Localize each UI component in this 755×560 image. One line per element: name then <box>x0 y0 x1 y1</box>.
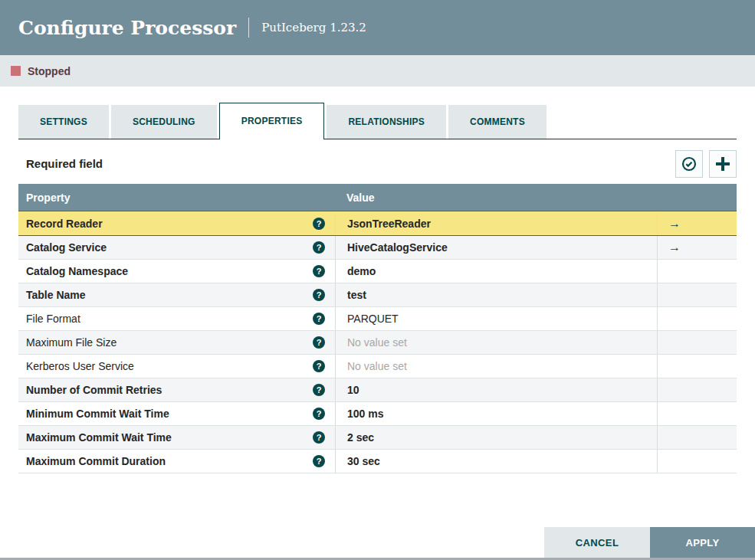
property-cell: Catalog Service ? <box>18 236 335 259</box>
go-to-service-icon[interactable]: → <box>668 217 681 231</box>
actions-cell <box>657 355 737 378</box>
actions-cell <box>657 260 737 283</box>
question-circle-icon[interactable]: ? <box>313 218 325 230</box>
required-field-label: Required field <box>26 157 103 170</box>
property-cell: Catalog Namespace ? <box>18 260 335 283</box>
property-row[interactable]: Maximum Commit Duration ? 30 sec <box>18 450 737 473</box>
property-row[interactable]: Maximum Commit Wait Time ? 2 sec <box>18 426 737 450</box>
status-label: Stopped <box>28 65 71 77</box>
column-header-value: Value <box>335 192 657 204</box>
properties-toolbar: Required field <box>18 149 737 178</box>
tab-label: PROPERTIES <box>241 116 303 126</box>
actions-cell <box>657 402 737 425</box>
actions-cell: → <box>657 211 737 235</box>
tab-scheduling[interactable]: SCHEDULING <box>111 105 217 139</box>
check-circle-icon <box>681 156 697 172</box>
property-row[interactable]: Record Reader ? JsonTreeReader → <box>18 211 737 236</box>
property-name: Catalog Namespace <box>26 265 128 277</box>
property-value[interactable]: HiveCatalogService <box>335 236 657 259</box>
question-circle-icon[interactable]: ? <box>313 265 325 277</box>
property-name: Table Name <box>26 289 86 301</box>
property-row[interactable]: Catalog Service ? HiveCatalogService → <box>18 236 737 260</box>
property-cell: Minimum Commit Wait Time ? <box>18 402 335 425</box>
question-circle-icon[interactable]: ? <box>313 384 325 396</box>
property-value[interactable]: 2 sec <box>335 426 657 449</box>
add-property-button[interactable] <box>709 150 737 178</box>
question-circle-icon[interactable]: ? <box>313 313 325 325</box>
processor-status-bar: Stopped <box>0 55 755 87</box>
property-cell: Maximum Commit Duration ? <box>18 450 335 473</box>
actions-cell <box>657 378 737 401</box>
property-cell: Number of Commit Retries ? <box>18 378 335 401</box>
dialog-title: Configure Processor <box>18 17 236 39</box>
question-circle-icon[interactable]: ? <box>313 289 325 301</box>
tab-properties[interactable]: PROPERTIES <box>219 103 325 139</box>
property-name: Maximum Commit Wait Time <box>26 431 172 444</box>
plus-icon <box>716 157 730 171</box>
dialog-content: SETTINGS SCHEDULING PROPERTIES RELATIONS… <box>0 102 755 473</box>
question-circle-icon[interactable]: ? <box>313 241 325 254</box>
property-value[interactable]: demo <box>335 260 657 283</box>
property-name: Maximum Commit Duration <box>26 455 166 467</box>
property-row[interactable]: Minimum Commit Wait Time ? 100 ms <box>18 402 737 426</box>
property-value[interactable]: 10 <box>335 378 657 401</box>
property-name: Number of Commit Retries <box>26 384 162 396</box>
apply-button[interactable]: APPLY <box>650 527 755 558</box>
configure-processor-dialog: Configure Processor PutIceberg 1.23.2 St… <box>0 0 755 560</box>
property-value[interactable]: 30 sec <box>335 450 657 473</box>
actions-cell <box>657 283 737 306</box>
property-row[interactable]: File Format ? PARQUET <box>18 307 737 331</box>
property-value[interactable]: 100 ms <box>335 402 657 425</box>
tab-comments[interactable]: COMMENTS <box>448 105 547 139</box>
tab-relationships[interactable]: RELATIONSHIPS <box>327 105 446 139</box>
question-circle-icon[interactable]: ? <box>313 455 325 467</box>
actions-cell <box>657 331 737 354</box>
tab-label: COMMENTS <box>470 116 525 127</box>
question-circle-icon[interactable]: ? <box>313 360 325 372</box>
property-cell: File Format ? <box>18 307 335 330</box>
toolbar-buttons <box>675 150 737 178</box>
go-to-service-icon[interactable]: → <box>668 241 681 254</box>
property-row[interactable]: Kerberos User Service ? No value set <box>18 355 737 378</box>
property-name: Minimum Commit Wait Time <box>26 408 169 420</box>
properties-table-body: Record Reader ? JsonTreeReader → Catalog… <box>18 211 737 473</box>
column-header-property: Property <box>18 192 335 204</box>
property-value[interactable]: No value set <box>335 331 657 354</box>
actions-cell <box>657 450 737 473</box>
properties-table-header: Property Value <box>18 184 737 211</box>
property-name: Maximum File Size <box>26 336 117 349</box>
property-value[interactable]: PARQUET <box>335 307 657 330</box>
title-divider <box>248 18 249 38</box>
property-name: Record Reader <box>26 218 103 230</box>
property-name: Catalog Service <box>26 241 107 254</box>
question-circle-icon[interactable]: ? <box>313 408 325 420</box>
processor-type-version: PutIceberg 1.23.2 <box>261 21 366 34</box>
tab-label: SCHEDULING <box>133 116 195 127</box>
tab-label: SETTINGS <box>40 116 87 127</box>
question-circle-icon[interactable]: ? <box>313 336 325 349</box>
stopped-square-icon <box>11 66 21 76</box>
property-value[interactable]: No value set <box>335 355 657 378</box>
property-row[interactable]: Maximum File Size ? No value set <box>18 331 737 355</box>
property-cell: Maximum File Size ? <box>18 331 335 354</box>
property-cell: Record Reader ? <box>18 211 335 235</box>
property-value[interactable]: test <box>335 283 657 306</box>
verify-properties-button[interactable] <box>675 150 703 178</box>
cancel-button[interactable]: CANCEL <box>544 527 650 558</box>
tab-settings[interactable]: SETTINGS <box>18 105 109 139</box>
actions-cell <box>657 307 737 330</box>
property-name: Kerberos User Service <box>26 360 134 372</box>
property-cell: Maximum Commit Wait Time ? <box>18 426 335 449</box>
property-name: File Format <box>26 313 80 325</box>
actions-cell: → <box>657 236 737 259</box>
property-value[interactable]: JsonTreeReader <box>335 211 657 235</box>
dialog-footer: CANCEL APPLY <box>544 527 755 558</box>
property-row[interactable]: Number of Commit Retries ? 10 <box>18 378 737 402</box>
property-cell: Table Name ? <box>18 283 335 306</box>
dialog-titlebar: Configure Processor PutIceberg 1.23.2 <box>0 0 755 55</box>
property-row[interactable]: Catalog Namespace ? demo <box>18 260 737 283</box>
tab-label: RELATIONSHIPS <box>348 116 425 127</box>
tab-strip: SETTINGS SCHEDULING PROPERTIES RELATIONS… <box>18 102 737 139</box>
property-row[interactable]: Table Name ? test <box>18 283 737 307</box>
question-circle-icon[interactable]: ? <box>313 431 325 444</box>
